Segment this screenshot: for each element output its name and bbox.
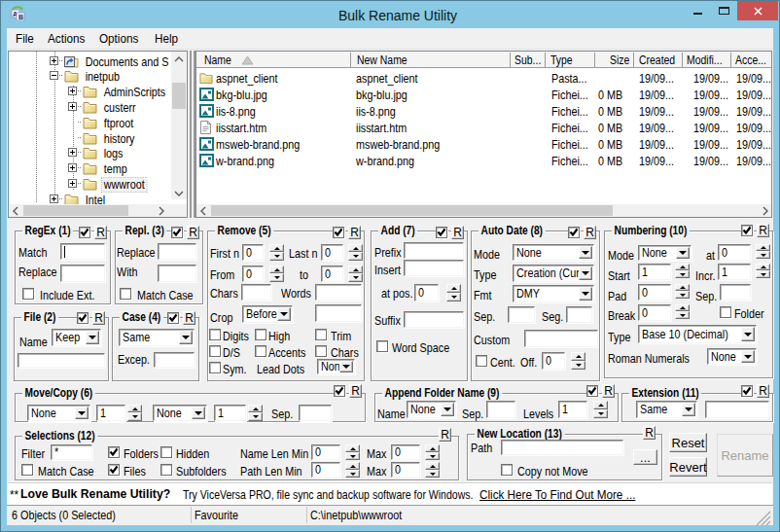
svg-text:B: B (18, 14, 23, 20)
